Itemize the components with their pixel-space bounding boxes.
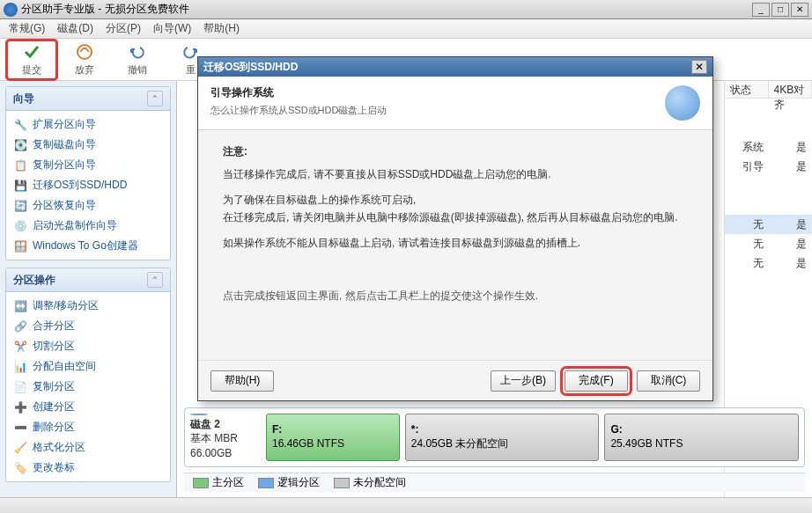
- app-icon: [4, 3, 18, 17]
- op-change-label[interactable]: 🏷️更改卷标: [8, 458, 168, 478]
- svg-point-0: [78, 45, 92, 59]
- menu-help[interactable]: 帮助(H): [198, 19, 245, 38]
- table-row[interactable]: 系统是: [725, 137, 812, 157]
- cd-icon: 💿: [13, 219, 27, 233]
- dialog-body: 注意: 当迁移操作完成后, 请不要直接从目标SSD或HDD磁盘上启动您的电脑. …: [198, 130, 712, 360]
- table-row[interactable]: 无是: [725, 234, 812, 253]
- discard-button[interactable]: 放弃: [60, 40, 109, 79]
- legend-primary: 主分区: [193, 475, 244, 490]
- ops-panel-title: 分区操作: [13, 273, 55, 288]
- dialog-hint: 点击完成按钮返回主界面, 然后点击工具栏上的提交使这个操作生效.: [223, 287, 688, 304]
- allocate-icon: 📊: [13, 360, 27, 374]
- format-icon: 🧹: [13, 441, 27, 455]
- check-icon: [22, 42, 41, 62]
- wizard-copy-partition[interactable]: 📋复制分区向导: [8, 155, 168, 175]
- partition-g[interactable]: G: 25.49GB NTFS: [604, 414, 799, 461]
- col-status: 状态: [725, 81, 769, 98]
- merge-icon: 🔗: [13, 319, 27, 333]
- op-delete[interactable]: ➖删除分区: [8, 417, 168, 437]
- menu-partition[interactable]: 分区(P): [100, 19, 146, 38]
- titlebar: 分区助手专业版 - 无损分区免费软件 _ □ ✕: [0, 0, 812, 19]
- note-title: 注意:: [223, 143, 688, 160]
- undo-icon: [128, 42, 147, 62]
- op-resize-move[interactable]: ↔️调整/移动分区: [8, 296, 168, 316]
- wizard-panel-title: 向导: [13, 92, 34, 106]
- wizard-extend-partition[interactable]: 🔧扩展分区向导: [8, 114, 168, 135]
- sidebar: 向导 ⌃ 🔧扩展分区向导 💽复制磁盘向导 📋复制分区向导 💾迁移OS到SSD/H…: [0, 81, 176, 497]
- create-icon: ➕: [13, 400, 27, 414]
- disk-icon: [190, 414, 208, 415]
- legend: 主分区 逻辑分区 未分配空间: [184, 473, 805, 492]
- wizard-partition-recovery[interactable]: 🔄分区恢复向导: [8, 195, 168, 216]
- table-row[interactable]: 引导是: [725, 157, 812, 176]
- recovery-icon: 🔄: [13, 199, 27, 213]
- close-button[interactable]: ✕: [791, 3, 808, 17]
- wizard-windows-to-go[interactable]: 🪟Windows To Go创建器: [8, 236, 168, 256]
- migrate-icon: 💾: [13, 179, 27, 193]
- wizard-boot-cd[interactable]: 💿启动光盘制作向导: [8, 216, 168, 236]
- migrate-os-dialog: 迁移OS到SSD/HDD ✕ 引导操作系统 怎么让操作系统从SSD或HDD磁盘上…: [197, 56, 713, 401]
- op-merge[interactable]: 🔗合并分区: [8, 316, 168, 336]
- legend-unallocated: 未分配空间: [334, 475, 406, 490]
- dialog-close-button[interactable]: ✕: [691, 60, 707, 74]
- cancel-button[interactable]: 取消(C): [637, 370, 700, 392]
- split-icon: ✂️: [13, 340, 27, 354]
- op-format[interactable]: 🧹格式化分区: [8, 437, 168, 458]
- menubar: 常规(G) 磁盘(D) 分区(P) 向导(W) 帮助(H): [0, 19, 812, 39]
- copy-icon: 📄: [13, 380, 27, 394]
- wtg-icon: 🪟: [13, 239, 27, 253]
- op-create[interactable]: ➕创建分区: [8, 397, 168, 417]
- discard-icon: [75, 42, 94, 62]
- note-line: 如果操作系统不能从目标磁盘上启动, 请试着连接目标磁盘到源磁盘的插槽上.: [223, 234, 688, 252]
- delete-icon: ➖: [13, 421, 27, 435]
- op-copy[interactable]: 📄复制分区: [8, 377, 168, 397]
- table-row[interactable]: 无是: [725, 253, 812, 273]
- maximize-button[interactable]: □: [771, 3, 789, 17]
- partition-unallocated[interactable]: *: 24.05GB 未分配空间: [405, 414, 600, 461]
- window-title: 分区助手专业版 - 无损分区免费软件: [21, 2, 752, 17]
- disk-info[interactable]: 磁盘 2 基本 MBR 66.00GB: [190, 414, 261, 461]
- undo-button[interactable]: 撤销: [113, 40, 162, 79]
- copy-disk-icon: 💽: [13, 138, 27, 152]
- help-button[interactable]: 帮助(H): [210, 370, 274, 392]
- disk-type: 基本 MBR: [190, 431, 261, 446]
- legend-logical: 逻辑分区: [258, 475, 320, 490]
- partition-f[interactable]: F: 16.46GB NTFS: [266, 414, 400, 461]
- apply-button[interactable]: 提交: [7, 40, 56, 79]
- dialog-heading: 引导操作系统: [210, 85, 665, 100]
- finish-button[interactable]: 完成(F): [565, 370, 628, 392]
- disk-label: 磁盘 2: [190, 417, 261, 432]
- disk-bar: 磁盘 2 基本 MBR 66.00GB F: 16.46GB NTFS *: 2…: [184, 407, 805, 467]
- disk-size: 66.00GB: [190, 446, 261, 461]
- collapse-icon[interactable]: ⌃: [147, 91, 163, 106]
- statusbar: [0, 497, 812, 513]
- label-icon: 🏷️: [13, 461, 27, 475]
- dialog-subheading: 怎么让操作系统从SSD或HDD磁盘上启动: [210, 104, 665, 117]
- note-line: 为了确保在目标磁盘上的操作系统可启动,: [223, 191, 688, 209]
- note-line: 在迁移完成后, 请关闭电脑并从电脑中移除源磁盘(即拔掉源磁盘), 然后再从目标磁…: [223, 209, 688, 226]
- op-allocate-free[interactable]: 📊分配自由空间: [8, 356, 168, 377]
- migrate-dialog-icon: [665, 85, 700, 121]
- menu-disk[interactable]: 磁盘(D): [52, 19, 99, 38]
- dialog-title: 迁移OS到SSD/HDD: [203, 60, 691, 75]
- minimize-button[interactable]: _: [752, 3, 770, 17]
- wizard-copy-disk[interactable]: 💽复制磁盘向导: [8, 135, 168, 155]
- menu-wizard[interactable]: 向导(W): [148, 19, 196, 38]
- extend-icon: 🔧: [13, 118, 27, 132]
- table-row[interactable]: 无是: [725, 215, 812, 234]
- op-split[interactable]: ✂️切割分区: [8, 336, 168, 356]
- note-line: 当迁移操作完成后, 请不要直接从目标SSD或HDD磁盘上启动您的电脑.: [223, 165, 688, 183]
- resize-icon: ↔️: [13, 299, 27, 313]
- collapse-icon[interactable]: ⌃: [147, 272, 163, 288]
- wizard-migrate-os[interactable]: 💾迁移OS到SSD/HDD: [8, 175, 168, 195]
- menu-general[interactable]: 常规(G): [4, 19, 50, 38]
- ops-panel: 分区操作 ⌃ ↔️调整/移动分区 🔗合并分区 ✂️切割分区 📊分配自由空间 📄复…: [5, 267, 171, 482]
- copy-part-icon: 📋: [13, 158, 27, 172]
- col-align: 4KB对齐: [769, 81, 813, 98]
- back-button[interactable]: 上一步(B): [491, 370, 556, 392]
- wizard-panel: 向导 ⌃ 🔧扩展分区向导 💽复制磁盘向导 📋复制分区向导 💾迁移OS到SSD/H…: [5, 86, 171, 260]
